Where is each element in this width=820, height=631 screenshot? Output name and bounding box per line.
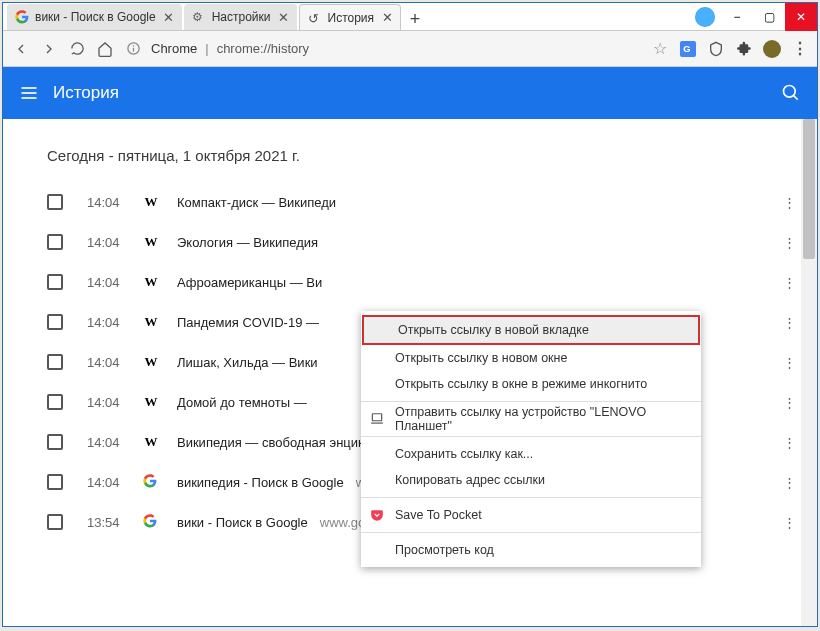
bookmark-icon[interactable]: ☆	[651, 40, 669, 58]
history-row[interactable]: 14:04WКомпакт-диск — Википеди⋮	[3, 182, 817, 222]
more-icon[interactable]: ⋮	[779, 432, 799, 452]
context-separator	[361, 532, 701, 533]
pocket-icon[interactable]	[707, 40, 725, 58]
more-icon[interactable]: ⋮	[779, 232, 799, 252]
wikipedia-icon: W	[143, 314, 159, 330]
site-info-icon[interactable]	[123, 39, 143, 59]
reload-button[interactable]	[67, 39, 87, 59]
context-item[interactable]: Просмотреть код	[361, 537, 701, 563]
tab-label: вики - Поиск в Google	[35, 10, 156, 24]
scrollbar[interactable]	[801, 119, 817, 626]
tab-close-icon[interactable]: ✕	[380, 11, 394, 25]
context-item[interactable]: Копировать адрес ссылки	[361, 467, 701, 493]
row-title: Компакт-диск — Википеди	[177, 195, 336, 210]
more-icon[interactable]: ⋮	[779, 312, 799, 332]
more-icon[interactable]: ⋮	[779, 352, 799, 372]
row-checkbox[interactable]	[47, 314, 63, 330]
tab-close-icon[interactable]: ✕	[162, 10, 176, 24]
row-title: википедия - Поиск в Google	[177, 475, 344, 490]
pocket-icon	[369, 507, 385, 523]
context-separator	[361, 436, 701, 437]
tab-label: История	[328, 11, 375, 25]
newtab-button[interactable]: +	[403, 8, 427, 30]
more-icon[interactable]: ⋮	[779, 512, 799, 532]
profile-avatar[interactable]	[695, 7, 715, 27]
close-button[interactable]: ✕	[785, 3, 817, 31]
page-title: История	[53, 83, 767, 103]
row-time: 14:04	[87, 475, 137, 490]
scrollbar-thumb[interactable]	[803, 119, 815, 259]
tab-2[interactable]: ↺ История ✕	[299, 4, 402, 30]
context-item[interactable]: Сохранить ссылку как...	[361, 441, 701, 467]
home-button[interactable]	[95, 39, 115, 59]
context-item[interactable]: Save To Pocket	[361, 502, 701, 528]
date-header: Сегодня - пятница, 1 октября 2021 г.	[3, 119, 817, 182]
hamburger-icon[interactable]	[19, 83, 39, 103]
row-checkbox[interactable]	[47, 394, 63, 410]
row-title: вики - Поиск в Google	[177, 515, 308, 530]
context-item-label: Открыть ссылку в новой вкладке	[398, 323, 589, 337]
forward-button[interactable]	[39, 39, 59, 59]
row-checkbox[interactable]	[47, 234, 63, 250]
context-item-label: Копировать адрес ссылки	[395, 473, 545, 487]
address-bar[interactable]: Chrome | chrome://history	[151, 41, 643, 56]
more-icon[interactable]: ⋮	[779, 472, 799, 492]
row-checkbox[interactable]	[47, 274, 63, 290]
adblock-icon[interactable]	[763, 40, 781, 58]
tab-1[interactable]: ⚙ Настройки ✕	[184, 4, 297, 30]
row-title: Афроамериканцы — Ви	[177, 275, 322, 290]
context-item[interactable]: Открыть ссылку в окне в режиме инкогнито	[361, 371, 701, 397]
wikipedia-icon: W	[143, 434, 159, 450]
history-icon: ↺	[308, 11, 322, 25]
google-icon	[143, 474, 159, 490]
context-separator	[361, 497, 701, 498]
menu-icon[interactable]: ⋮	[791, 40, 809, 58]
settings-icon: ⚙	[192, 10, 206, 24]
more-icon[interactable]: ⋮	[779, 192, 799, 212]
context-separator	[361, 401, 701, 402]
history-row[interactable]: 14:04WАфроамериканцы — Ви⋮	[3, 262, 817, 302]
tab-0[interactable]: вики - Поиск в Google ✕	[7, 4, 182, 30]
translate-icon[interactable]: G	[679, 40, 697, 58]
content-area: История Сегодня - пятница, 1 октября 202…	[3, 67, 817, 626]
context-item[interactable]: Открыть ссылку в новом окне	[361, 345, 701, 371]
row-time: 14:04	[87, 235, 137, 250]
more-icon[interactable]: ⋮	[779, 272, 799, 292]
row-checkbox[interactable]	[47, 474, 63, 490]
row-time: 14:04	[87, 355, 137, 370]
extensions-icon[interactable]	[735, 40, 753, 58]
row-checkbox[interactable]	[47, 354, 63, 370]
svg-text:G: G	[683, 44, 690, 54]
wikipedia-icon: W	[143, 394, 159, 410]
svg-rect-10	[372, 414, 381, 421]
minimize-button[interactable]: −	[721, 3, 753, 31]
history-row[interactable]: 14:04WЭкология — Википедия⋮	[3, 222, 817, 262]
google-icon	[15, 10, 29, 24]
back-button[interactable]	[11, 39, 31, 59]
maximize-button[interactable]: ▢	[753, 3, 785, 31]
context-item[interactable]: Отправить ссылку на устройство "LENOVO П…	[361, 406, 701, 432]
context-item[interactable]: Открыть ссылку в новой вкладке	[362, 315, 700, 345]
more-icon[interactable]: ⋮	[779, 392, 799, 412]
row-time: 13:54	[87, 515, 137, 530]
browser-window: вики - Поиск в Google ✕ ⚙ Настройки ✕ ↺ …	[2, 2, 818, 627]
row-title: Лишак, Хильда — Вики	[177, 355, 318, 370]
device-icon	[369, 411, 385, 427]
address-path: chrome://history	[217, 41, 309, 56]
window-controls: − ▢ ✕	[721, 3, 817, 30]
search-icon[interactable]	[781, 83, 801, 103]
row-time: 14:04	[87, 195, 137, 210]
row-checkbox[interactable]	[47, 194, 63, 210]
context-menu: Открыть ссылку в новой вкладкеОткрыть сс…	[361, 311, 701, 567]
row-time: 14:04	[87, 395, 137, 410]
row-title: Домой до темноты —	[177, 395, 307, 410]
svg-line-9	[794, 96, 798, 100]
svg-rect-2	[132, 48, 133, 52]
history-header: История	[3, 67, 817, 119]
tab-close-icon[interactable]: ✕	[277, 10, 291, 24]
context-item-label: Просмотреть код	[395, 543, 494, 557]
row-checkbox[interactable]	[47, 434, 63, 450]
context-item-label: Сохранить ссылку как...	[395, 447, 533, 461]
row-checkbox[interactable]	[47, 514, 63, 530]
url-bar: Chrome | chrome://history ☆ G ⋮	[3, 31, 817, 67]
